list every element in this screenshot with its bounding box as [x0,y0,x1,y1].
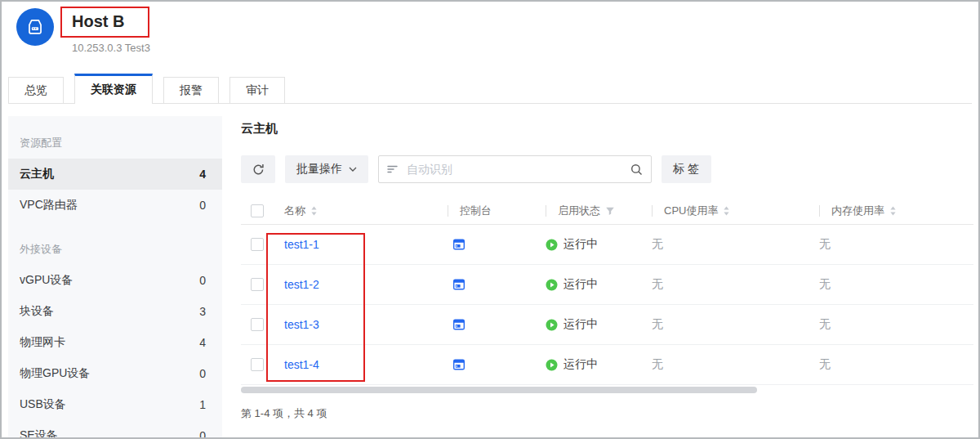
magnifier-icon[interactable] [630,164,643,176]
refresh-icon [252,164,265,176]
column-label: CPU使用率 [664,204,718,218]
page-title: Host B [72,12,124,31]
batch-operations-button[interactable]: 批量操作 [285,155,368,183]
resource-sidebar: 资源配置 云主机 4 VPC路由器 0 外接设备 vGPU设备 0 块设备 3 … [8,116,222,437]
table-row: test1-4 运行中 无 无 [241,345,973,385]
status-text: 运行中 [564,357,598,372]
filter-lines-icon [387,164,399,174]
sidebar-item-label: 物理GPU设备 [20,366,90,381]
chevron-down-icon [349,167,357,172]
pagination-summary: 第 1-4 项，共 4 项 [241,406,973,421]
status-text: 运行中 [564,237,598,252]
table-row: test1-2 运行中 无 无 [241,265,973,305]
tab-label: 总览 [24,83,47,98]
sort-icon[interactable] [310,205,318,217]
row-checkbox[interactable] [251,358,264,371]
sidebar-item-label: VPC路由器 [20,198,78,213]
main-panel: 云主机 批量操作 [241,116,973,421]
sidebar-item-count: 0 [199,429,206,439]
column-header-name[interactable]: 名称 [277,204,440,218]
column-header-cpu[interactable]: CPU使用率 [644,204,812,218]
console-icon[interactable] [452,358,466,371]
row-checkbox[interactable] [251,278,264,291]
tab-overview[interactable]: 总览 [8,77,64,103]
sidebar-item-vpc-router[interactable]: VPC路由器 0 [8,190,222,221]
vm-name-link[interactable]: test1-3 [284,318,319,331]
tab-label: 审计 [246,83,269,98]
column-label: 内存使用率 [831,204,884,218]
row-checkbox[interactable] [251,238,264,251]
host-subtitle: 10.253.0.3 Test3 [72,42,150,54]
column-header-status[interactable]: 启用状态 [538,204,644,218]
console-icon[interactable] [452,278,466,291]
sidebar-item-count: 0 [199,199,206,212]
tab-label: 关联资源 [91,83,136,97]
sidebar-item-vgpu[interactable]: vGPU设备 0 [8,265,222,296]
sidebar-item-vm[interactable]: 云主机 4 [8,159,222,190]
refresh-button[interactable] [241,155,275,183]
sidebar-item-usb[interactable]: USB设备 1 [8,389,222,420]
vm-name-link[interactable]: test1-2 [284,278,319,291]
sidebar-item-label: USB设备 [20,397,66,412]
cpu-usage-value: 无 [644,317,812,332]
console-icon[interactable] [452,238,466,251]
vm-name-link[interactable]: test1-4 [284,358,319,371]
sidebar-item-label: vGPU设备 [20,273,73,288]
sidebar-item-block-device[interactable]: 块设备 3 [8,296,222,327]
sidebar-item-label: 块设备 [20,304,54,319]
sidebar-item-count: 4 [199,168,206,181]
sidebar-section-external-devices: 外接设备 [8,232,222,265]
sidebar-item-count: 3 [199,305,206,318]
scrollbar-thumb[interactable] [241,387,757,393]
console-icon[interactable] [452,318,466,331]
tab-bar: 总览 关联资源 报警 审计 [8,74,285,103]
search-input[interactable] [405,162,624,177]
table-header: 名称 控制台 启用状态 CPU使用率 [241,198,973,225]
host-avatar [16,8,54,46]
sidebar-item-se[interactable]: SE设备 0 [8,420,222,439]
table-row: test1-3 运行中 无 无 [241,305,973,345]
toolbar: 批量操作 [241,155,973,183]
cpu-usage-value: 无 [644,277,812,292]
column-header-console: 控制台 [440,204,538,218]
tab-alarms[interactable]: 报警 [163,77,219,103]
sort-icon[interactable] [889,205,897,217]
cpu-usage-value: 无 [644,357,812,372]
sidebar-item-physical-gpu[interactable]: 物理GPU设备 0 [8,358,222,389]
sidebar-item-count: 4 [199,336,206,349]
tab-audit[interactable]: 审计 [229,77,285,103]
memory-usage-value: 无 [812,357,973,372]
sidebar-item-count: 0 [199,274,206,287]
host-icon [24,16,46,38]
sort-icon[interactable] [723,205,730,217]
sidebar-item-label: SE设备 [20,428,58,439]
tab-related-resources[interactable]: 关联资源 [74,74,153,104]
sidebar-item-label: 物理网卡 [20,335,65,350]
status-text: 运行中 [564,317,598,332]
tag-label: 标签 [673,162,702,177]
status-text: 运行中 [564,277,598,292]
sidebar-item-physical-nic[interactable]: 物理网卡 4 [8,327,222,358]
column-label: 启用状态 [558,204,600,218]
running-status-icon [546,359,558,371]
section-title: 云主机 [241,121,973,136]
tag-button[interactable]: 标签 [662,155,711,183]
select-all-checkbox[interactable] [251,204,264,217]
search-box [378,155,652,183]
memory-usage-value: 无 [812,317,973,332]
tab-label: 报警 [180,83,203,98]
sidebar-item-label: 云主机 [20,167,54,181]
sidebar-gap [8,221,222,232]
sidebar-item-count: 1 [199,398,206,411]
vm-name-link[interactable]: test1-1 [284,238,319,251]
running-status-icon [546,319,558,331]
sidebar-section-resource-config: 资源配置 [8,126,222,159]
running-status-icon [546,279,558,291]
memory-usage-value: 无 [812,277,973,292]
host-detail-page: Host B 10.253.0.3 Test3 总览 关联资源 报警 审计 资源… [0,0,980,439]
filter-funnel-icon[interactable] [605,206,615,216]
row-checkbox[interactable] [251,318,264,331]
memory-usage-value: 无 [812,237,973,252]
column-label: 名称 [284,204,305,218]
column-header-memory[interactable]: 内存使用率 [812,204,973,218]
